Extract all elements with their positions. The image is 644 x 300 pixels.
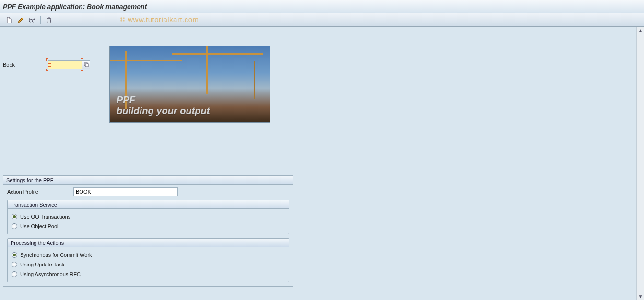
radio-object-pool[interactable]: Use Object Pool <box>12 221 285 231</box>
content-area: Book PPF building your out <box>0 27 636 300</box>
radio-icon <box>12 262 17 267</box>
book-label: Book <box>3 62 46 68</box>
radio-label: Use Object Pool <box>20 223 58 229</box>
glasses-icon <box>28 17 36 23</box>
svg-rect-3 <box>85 64 88 67</box>
radio-icon <box>12 252 17 258</box>
radio-icon <box>12 271 17 277</box>
page-title: PPF Example application: Book management <box>3 3 147 11</box>
display-button[interactable] <box>27 15 37 25</box>
image-caption-line1: PPF <box>117 94 135 105</box>
radio-label: Using Update Task <box>20 262 64 267</box>
action-profile-row: Action Profile <box>7 187 289 196</box>
radio-icon <box>12 223 17 229</box>
processing-actions-group: Processing the Actions Synchronous for C… <box>7 238 289 282</box>
app-toolbar: © www.tutorialkart.com <box>0 13 644 27</box>
pencil-icon <box>17 17 24 23</box>
book-field-row: Book <box>3 60 90 69</box>
trash-icon <box>46 17 52 23</box>
vertical-scrollbar[interactable]: ▲ ▼ <box>636 27 644 300</box>
action-profile-label: Action Profile <box>7 189 71 195</box>
document-icon <box>6 17 12 23</box>
watermark-text: © www.tutorialkart.com <box>120 15 199 23</box>
change-button[interactable] <box>15 15 26 25</box>
svg-point-1 <box>32 19 35 22</box>
book-input-wrap <box>48 60 90 69</box>
radio-sync-commit[interactable]: Synchronous for Commit Work <box>12 250 285 260</box>
search-help-icon <box>84 62 89 67</box>
radio-label: Use OO Transactions <box>20 214 70 219</box>
ppf-promo-image: PPF building your output <box>109 46 270 123</box>
radio-label: Synchronous for Commit Work <box>20 252 92 258</box>
radio-icon <box>12 214 17 219</box>
transaction-service-title: Transaction Service <box>8 200 289 209</box>
transaction-service-group: Transaction Service Use OO Transactions … <box>7 200 289 234</box>
radio-update-task[interactable]: Using Update Task <box>12 260 285 269</box>
image-caption-line2: building your output <box>117 105 210 116</box>
delete-button[interactable] <box>44 15 54 25</box>
toolbar-separator <box>40 16 41 24</box>
processing-actions-title: Processing the Actions <box>8 239 289 247</box>
radio-async-rfc[interactable]: Using Asynchronous RFC <box>12 269 285 279</box>
search-help-button[interactable] <box>82 60 90 69</box>
image-caption: PPF building your output <box>117 94 210 116</box>
titlebar: PPF Example application: Book management <box>0 0 644 13</box>
action-profile-input[interactable] <box>73 187 178 196</box>
svg-point-0 <box>29 19 32 22</box>
radio-label: Using Asynchronous RFC <box>20 271 81 277</box>
processing-actions-body: Synchronous for Commit Work Using Update… <box>8 247 289 282</box>
settings-panel-title: Settings for the PPF <box>3 176 293 185</box>
transaction-service-body: Use OO Transactions Use Object Pool <box>8 209 289 234</box>
book-input[interactable] <box>48 60 82 69</box>
scroll-down-icon[interactable]: ▼ <box>638 293 643 300</box>
scroll-up-icon[interactable]: ▲ <box>638 27 643 34</box>
create-button[interactable] <box>4 15 14 25</box>
radio-oo-transactions[interactable]: Use OO Transactions <box>12 212 285 221</box>
settings-panel: Settings for the PPF Action Profile Tran… <box>3 175 293 287</box>
